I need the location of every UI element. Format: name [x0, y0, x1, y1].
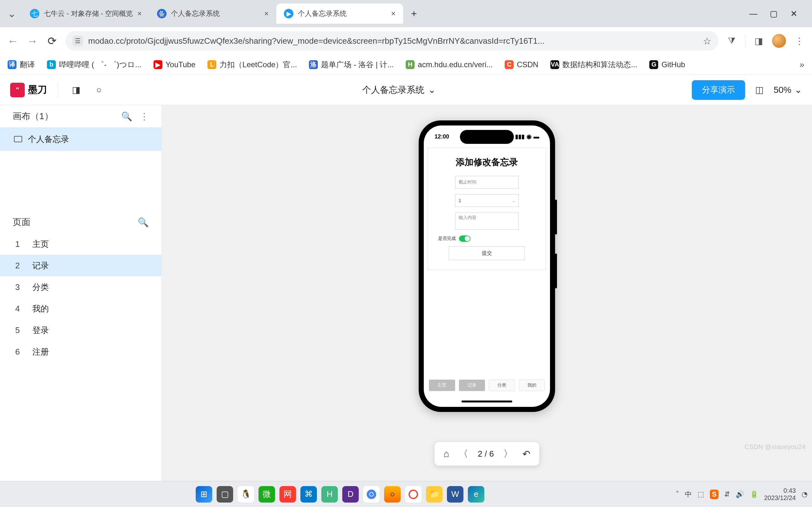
done-toggle[interactable]	[459, 235, 470, 242]
windows-taskbar: ⊞ ▢ 🐧 微 网 ⌘ H D ○ 📁 W e ˄ 中 ⬚ S ⇵ 🔊	[0, 481, 812, 507]
bookmark-item[interactable]: Hacm.hdu.edu.cn/veri...	[406, 60, 493, 69]
side-panel-icon[interactable]: ◨	[752, 35, 765, 47]
canvas-area[interactable]: 12:00 ▮▮▮ ◉ ▬ 添加修改备忘录 截止时间 1	[162, 105, 812, 481]
bookmarks-overflow-icon[interactable]: »	[799, 60, 804, 70]
submit-button[interactable]: 提交	[449, 246, 525, 260]
form-title: 添加修改备忘录	[436, 156, 538, 168]
watermark-text: CSDN @xiaoeyou24	[745, 443, 806, 451]
taskbar-app[interactable]: ○	[384, 486, 401, 503]
device-tab-category[interactable]: 分类	[489, 380, 515, 391]
browser-toolbar: ← → ⟳ ☰ modao.cc/proto/Gjcdjjwus5fuwzCwQ…	[0, 27, 812, 55]
home-icon[interactable]: ⌂	[444, 448, 449, 459]
word-app-icon[interactable]: W	[447, 486, 463, 503]
brand[interactable]: " 墨刀	[10, 83, 47, 97]
svg-point-2	[370, 493, 373, 496]
volume-icon[interactable]: 🔊	[735, 490, 744, 498]
tray-icon[interactable]: ⬚	[698, 490, 704, 498]
priority-select[interactable]: 1	[455, 194, 519, 207]
back-button[interactable]: ←	[6, 35, 19, 47]
bookmark-item[interactable]: 洛题单广场 - 洛谷 | 计...	[309, 60, 394, 70]
device-tab-mine[interactable]: 我的	[519, 380, 545, 391]
project-title-dropdown[interactable]: 个人备忘录系统 ⌄	[114, 84, 683, 96]
canvas-section-header: 画布（1） 🔍 ⋮	[0, 105, 161, 127]
file-explorer-icon[interactable]: 📁	[426, 486, 443, 503]
browser-tab-0[interactable]: 七 七牛云 - 对象存储 - 空间概览 ×	[22, 3, 149, 24]
page-item-login[interactable]: 5登录	[0, 320, 161, 341]
browser-tab-2[interactable]: ▶ 个人备忘录系统 ×	[276, 3, 403, 24]
window-minimize-icon[interactable]: —	[747, 8, 759, 20]
browser-tab-1[interactable]: 备 个人备忘录系统 ×	[149, 3, 276, 24]
device-tab-record[interactable]: 记录	[459, 380, 485, 391]
bookmark-item[interactable]: L力扣（LeetCode）官...	[207, 60, 297, 70]
close-icon[interactable]: ×	[391, 9, 396, 18]
chrome-menu-icon[interactable]: ⋮	[793, 35, 806, 47]
share-button[interactable]: 分享演示	[692, 80, 745, 100]
start-button[interactable]: ⊞	[196, 486, 212, 503]
bookmark-item[interactable]: 译翻译	[8, 60, 35, 70]
taskbar-app[interactable]: 网	[280, 486, 296, 503]
zoom-dropdown[interactable]: 50% ⌄	[774, 84, 802, 95]
profile-avatar[interactable]	[772, 34, 786, 48]
taskbar-app[interactable]: 🐧	[238, 486, 254, 503]
favicon-icon: 七	[30, 9, 39, 18]
memo-form-card: 添加修改备忘录 截止时间 1 输入内容 是否完成 提交	[427, 148, 546, 270]
comment-icon[interactable]: ○	[92, 83, 106, 97]
page-item-category[interactable]: 3分类	[0, 276, 161, 298]
tab-search-dropdown[interactable]: ⌄	[5, 7, 18, 20]
page-item-mine[interactable]: 4我的	[0, 298, 161, 320]
close-icon[interactable]: ×	[137, 9, 142, 18]
ime-indicator[interactable]: 中	[685, 490, 692, 499]
window-close-icon[interactable]: ✕	[788, 8, 800, 20]
taskbar-clock[interactable]: 0:43 2023/12/24	[764, 487, 796, 502]
tray-chevron-icon[interactable]: ˄	[676, 490, 679, 498]
page-item-record[interactable]: 2记录	[0, 255, 161, 276]
taskbar-app[interactable]: D	[342, 486, 359, 503]
sogou-ime-icon[interactable]: S	[710, 490, 718, 499]
device-side-button	[555, 253, 557, 288]
new-tab-button[interactable]: +	[406, 6, 421, 21]
dynamic-island	[460, 130, 514, 144]
extensions-icon[interactable]: ⧩	[725, 35, 738, 47]
chevron-down-icon: ⌄	[428, 84, 436, 95]
search-icon[interactable]: 🔍	[121, 111, 132, 122]
battery-icon[interactable]: 🔋	[750, 490, 758, 498]
panel-toggle-icon[interactable]: ◫	[752, 83, 767, 97]
reload-button[interactable]: ⟳	[46, 35, 58, 47]
site-info-icon[interactable]: ☰	[72, 36, 83, 46]
bookmark-star-icon[interactable]: ☆	[703, 36, 711, 47]
content-textarea[interactable]: 输入内容	[455, 213, 519, 230]
bookmark-item[interactable]: VA数据结构和算法动态...	[550, 60, 637, 70]
chrome-app[interactable]	[363, 486, 380, 503]
window-maximize-icon[interactable]: ▢	[768, 8, 780, 20]
home-indicator	[461, 400, 512, 402]
more-icon[interactable]: ⋮	[140, 111, 149, 122]
page-item-register[interactable]: 6注册	[0, 341, 161, 362]
next-page-icon[interactable]: 〉	[503, 447, 513, 460]
address-bar[interactable]: ☰ modao.cc/proto/Gjcdjjwus5fuwzCwQfex3e/…	[65, 31, 718, 51]
notifications-icon[interactable]: ◔	[802, 490, 808, 498]
prev-page-icon[interactable]: 〈	[459, 447, 468, 460]
device-tab-home[interactable]: 主页	[429, 380, 455, 391]
network-icon[interactable]: ⇵	[724, 490, 730, 498]
bookmark-item[interactable]: GGitHub	[649, 60, 685, 69]
system-tray: ˄ 中 ⬚ S ⇵ 🔊 🔋 0:43 2023/12/24 ◔	[676, 487, 808, 502]
url-text: modao.cc/proto/Gjcdjjwus5fuwzCwQfex3e/sh…	[88, 36, 698, 46]
edge-app-icon[interactable]: e	[468, 486, 484, 503]
bookmark-item[interactable]: b哔哩哔哩 ( ゜- ゜)つロ...	[47, 60, 142, 70]
close-icon[interactable]: ×	[264, 9, 269, 18]
bookmark-item[interactable]: CCSDN	[505, 60, 538, 69]
task-view-icon[interactable]: ▢	[217, 486, 233, 503]
taskbar-app[interactable]	[405, 486, 421, 503]
bookmark-item[interactable]: ▶YouTube	[154, 60, 195, 69]
page-item-home[interactable]: 1主页	[0, 233, 161, 255]
taskbar-app[interactable]: ⌘	[300, 486, 317, 503]
undo-icon[interactable]: ↶	[522, 448, 530, 459]
taskbar-app[interactable]: H	[321, 486, 338, 503]
forward-button[interactable]: →	[26, 35, 39, 47]
layout-toggle-icon[interactable]: ◨	[69, 83, 84, 97]
device-tab-bar: 主页 记录 分类 我的	[429, 380, 545, 391]
taskbar-app[interactable]: 微	[258, 486, 275, 503]
search-icon[interactable]: 🔍	[138, 217, 149, 228]
canvas-item[interactable]: 个人备忘录	[0, 127, 161, 151]
deadline-input[interactable]: 截止时间	[455, 176, 519, 188]
